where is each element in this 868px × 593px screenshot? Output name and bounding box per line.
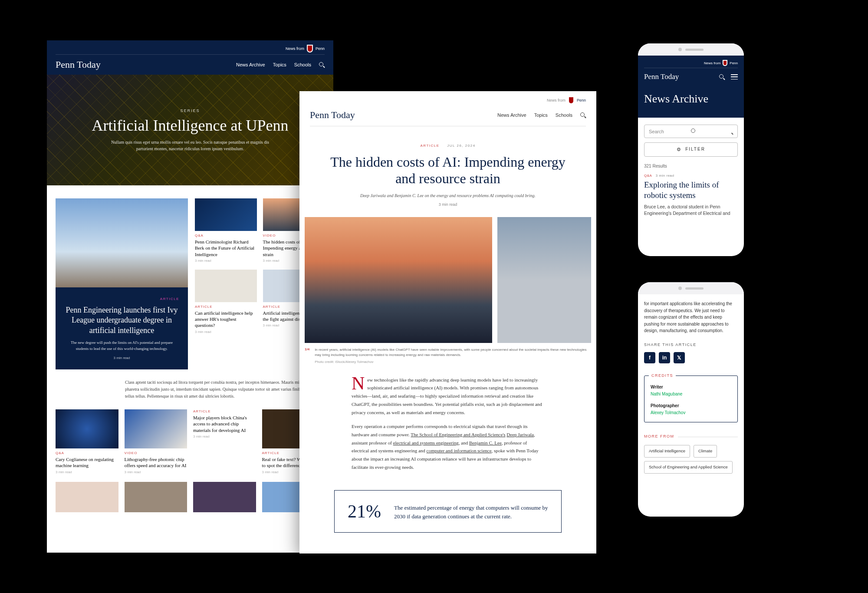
page-title: News Archive	[644, 92, 738, 105]
card-readtime: 3 min read	[195, 330, 257, 334]
landing-body: ARTICLE Penn Engineering launches first …	[47, 185, 333, 525]
article-date: JUL 26, 2024	[447, 144, 475, 148]
penn-logo-text: Penn	[577, 98, 586, 102]
filter-label: FILTER	[685, 147, 705, 152]
nav-topics[interactable]: Topics	[273, 62, 286, 67]
nav-news-archive[interactable]: News Archive	[497, 112, 526, 118]
article-card[interactable]: Q&A Penn Criminologist Richard Berk on t…	[195, 198, 257, 263]
site-brand[interactable]: Penn Today	[644, 72, 679, 81]
card-category: Q&A	[195, 234, 257, 237]
facebook-icon[interactable]: f	[644, 352, 655, 363]
thumbnail-image[interactable]	[56, 482, 118, 512]
body-link[interactable]: Deep Jariwala	[506, 432, 534, 437]
nav-schools[interactable]: Schools	[556, 112, 572, 118]
article-card[interactable]: Q&A Cary Coglianese on regulating machin…	[56, 409, 118, 474]
hero-banner: SERIES Artificial Intelligence at UPenn …	[47, 75, 333, 185]
credits-label: CREDITS	[649, 373, 676, 379]
mobile-nav-icons	[719, 74, 738, 80]
news-from-label: News from	[547, 98, 566, 102]
body-link[interactable]: The School of Engineering and Applied Sc…	[411, 432, 505, 437]
filter-icon	[677, 147, 682, 152]
card-readtime: 3 min read	[193, 435, 256, 438]
site-brand[interactable]: Penn Today	[310, 109, 355, 121]
article-row: Q&A Cary Coglianese on regulating machin…	[56, 409, 325, 474]
speaker-bar-icon	[685, 49, 704, 51]
article-side-image	[497, 217, 591, 343]
item-deck: Bruce Lee, a doctoral student in Penn En…	[644, 204, 738, 217]
item-readtime: 3 min read	[656, 174, 674, 178]
topic-tag[interactable]: Climate	[694, 445, 717, 458]
nav-schools[interactable]: Schools	[294, 62, 311, 67]
article-card[interactable]: ARTICLE Can artificial intelligence help…	[195, 270, 257, 334]
card-image	[195, 198, 257, 231]
card-title: Can artificial intelligence help answer …	[195, 310, 257, 329]
tag-list: Artificial Intelligence Climate School o…	[644, 445, 738, 473]
result-item[interactable]: Q&A 3 min read Exploring the limits of r…	[644, 174, 738, 217]
item-title: Exploring the limits of robotic systems	[644, 180, 738, 201]
main-nav: News Archive Topics Schools	[497, 112, 586, 118]
nav-topics[interactable]: Topics	[534, 112, 548, 118]
pullquote: 21% The estimated percentage of energy t…	[334, 490, 562, 533]
card-title: Penn Criminologist Richard Berk on the F…	[195, 239, 257, 257]
caption-text: In recent years, artificial intelligence…	[315, 347, 591, 358]
feature-card[interactable]: ARTICLE Penn Engineering launches first …	[56, 198, 188, 369]
topic-tag[interactable]: Artificial Intelligence	[644, 445, 690, 458]
card-image	[195, 270, 257, 302]
mobile-article-footer: for important applications like accelera…	[638, 282, 744, 517]
main-nav-row: Penn Today News Archive Topics Schools	[310, 106, 586, 126]
search-icon[interactable]	[580, 112, 586, 118]
body-snippet: for important applications like accelera…	[644, 300, 738, 334]
camera-dot-icon	[678, 48, 682, 51]
pullquote-text: The estimated percentage of energy that …	[394, 501, 548, 521]
article-deck: Deep Jariwala and Benjamin C. Lee on the…	[330, 193, 566, 198]
search-icon[interactable]	[319, 62, 325, 68]
speaker-bar-icon	[685, 287, 704, 290]
body-paragraph: Every operation a computer performs corr…	[352, 422, 544, 471]
search-input[interactable]: Search	[644, 125, 738, 138]
site-header: News from Penn Penn Today News Archive T…	[299, 91, 596, 126]
body-link[interactable]: computer and information science	[427, 448, 492, 453]
article-card[interactable]: VIDEO Lithography-free photonic chip off…	[125, 409, 187, 474]
share-label: SHARE THIS ARTICLE	[644, 342, 738, 348]
site-header: News from Penn Penn Today News Archive T…	[47, 40, 333, 75]
featured-row: ARTICLE Penn Engineering launches first …	[56, 198, 325, 369]
hero-title: Artificial Intelligence at UPenn	[92, 116, 289, 135]
penn-shield-icon	[723, 60, 727, 66]
main-nav-row: Penn Today News Archive Topics Schools	[56, 54, 325, 75]
card-image	[56, 409, 118, 448]
article-card[interactable]: ARTICLE Major players block China's acce…	[193, 409, 256, 474]
menu-icon[interactable]	[731, 74, 738, 79]
topic-tag[interactable]: School of Engineering and Applied Scienc…	[644, 461, 733, 474]
thumbnail-row	[56, 482, 325, 512]
top-utility-bar: News from Penn	[310, 96, 586, 106]
filter-button[interactable]: FILTER	[644, 142, 738, 157]
thumbnail-image[interactable]	[125, 482, 187, 512]
card-title: Lithography-free photonic chip offers sp…	[125, 456, 187, 469]
credit-name[interactable]: Nathi Magubane	[651, 391, 731, 398]
phone-notch	[638, 43, 744, 56]
card-image	[125, 409, 187, 448]
linkedin-icon[interactable]: in	[659, 352, 670, 363]
body-link[interactable]: electrical and systems engineering	[393, 440, 459, 445]
feature-title: Penn Engineering launches first Ivy Leag…	[64, 305, 179, 336]
penn-logo-text: Penn	[730, 61, 738, 65]
card-readtime: 3 min read	[195, 259, 257, 263]
credit-name[interactable]: Alexey Tolmachov	[651, 409, 731, 416]
image-caption: 1/4 In recent years, artificial intellig…	[299, 343, 596, 372]
feature-category: ARTICLE	[64, 297, 179, 301]
hero-subtitle: Nullam quis risus eget urna mollis ornar…	[103, 139, 277, 152]
search-placeholder: Search	[649, 129, 691, 134]
search-icon	[691, 128, 733, 134]
thumbnail-image[interactable]	[193, 482, 256, 512]
body-link[interactable]: Benjamin C. Lee	[469, 440, 502, 445]
site-brand[interactable]: Penn Today	[56, 59, 101, 70]
mobile-header: News from Penn Penn Today	[638, 56, 744, 86]
search-icon[interactable]	[719, 74, 725, 80]
pullquote-stat: 21%	[348, 501, 381, 522]
card-readtime: 3 min read	[125, 470, 187, 474]
x-twitter-icon[interactable]: 𝕏	[674, 352, 685, 363]
article-footer-content: for important applications like accelera…	[638, 294, 744, 480]
news-from-label: News from	[286, 46, 304, 51]
top-utility-bar: News from Penn	[644, 60, 738, 68]
nav-news-archive[interactable]: News Archive	[236, 62, 265, 67]
